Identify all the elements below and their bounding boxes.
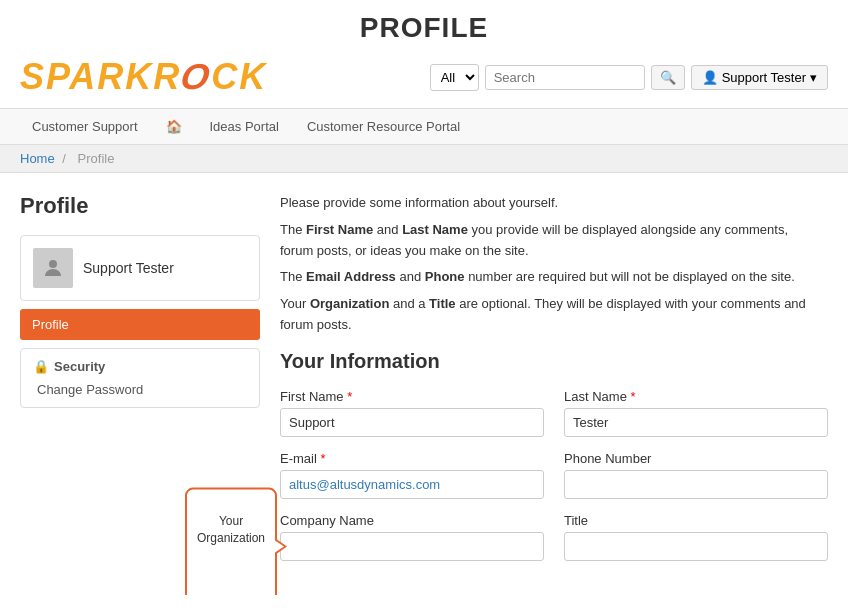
last-name-group: Last Name *: [564, 389, 828, 437]
first-name-input[interactable]: [280, 408, 544, 437]
change-password-link[interactable]: Change Password: [33, 382, 247, 397]
first-name-group: First Name *: [280, 389, 544, 437]
company-label: Company Name: [280, 513, 544, 528]
info-line3: The Email Address and Phone number are r…: [280, 267, 820, 288]
phone-input[interactable]: [564, 470, 828, 499]
nav-item-ideas-portal[interactable]: Ideas Portal: [198, 109, 291, 144]
nav-bar: Customer Support 🏠 Ideas Portal Customer…: [0, 108, 848, 145]
email-input[interactable]: [280, 470, 544, 499]
last-name-input[interactable]: [564, 408, 828, 437]
your-information-title: Your Information: [280, 350, 828, 373]
title-group: Title: [564, 513, 828, 561]
company-input[interactable]: [280, 532, 544, 561]
company-group: Company Name Your Organization: [280, 513, 544, 561]
header-controls: All 🔍 👤 Support Tester ▾: [430, 64, 828, 91]
search-input[interactable]: [485, 65, 645, 90]
user-card: Support Tester: [20, 235, 260, 301]
nav-item-customer-support[interactable]: Customer Support: [20, 109, 150, 144]
page-title: PROFILE: [360, 12, 488, 43]
phone-label: Phone Number: [564, 451, 828, 466]
home-icon: 🏠: [166, 119, 182, 134]
nav-item-home[interactable]: 🏠: [154, 109, 194, 144]
avatar: [33, 248, 73, 288]
security-section: 🔒 Security Change Password: [20, 348, 260, 408]
name-row: First Name * Last Name *: [280, 389, 828, 437]
email-phone-row: E-mail * Phone Number: [280, 451, 828, 499]
profile-section-title: Profile: [20, 193, 260, 219]
last-name-label: Last Name *: [564, 389, 828, 404]
info-line4: Your Organization and a Title are option…: [280, 294, 820, 336]
search-button[interactable]: 🔍: [651, 65, 685, 90]
first-name-label: First Name *: [280, 389, 544, 404]
callout-annotation: Your Organization: [185, 488, 277, 595]
nav-item-customer-resource[interactable]: Customer Resource Portal: [295, 109, 472, 144]
company-title-row: Company Name Your Organization Title: [280, 513, 828, 561]
main-content: Profile Support Tester Profile 🔒 Securit…: [0, 173, 848, 595]
title-input[interactable]: [564, 532, 828, 561]
user-name-label: Support Tester: [722, 70, 806, 85]
breadcrumb: Home / Profile: [0, 145, 848, 173]
email-label: E-mail *: [280, 451, 544, 466]
security-header: 🔒 Security: [33, 359, 247, 374]
logo: SPARKROCK: [20, 56, 267, 98]
phone-group: Phone Number: [564, 451, 828, 499]
logo-text: SPARKROCK: [20, 56, 267, 97]
dropdown-chevron-icon: ▾: [810, 70, 817, 85]
email-group: E-mail *: [280, 451, 544, 499]
search-category-dropdown[interactable]: All: [430, 64, 479, 91]
breadcrumb-current: Profile: [78, 151, 115, 166]
user-icon: 👤: [702, 70, 718, 85]
lock-icon: 🔒: [33, 359, 49, 374]
page-title-bar: PROFILE: [0, 0, 848, 50]
right-content: Please provide some information about yo…: [280, 193, 828, 575]
info-line1: Please provide some information about yo…: [280, 193, 820, 214]
sidebar-user-name: Support Tester: [83, 260, 174, 276]
breadcrumb-separator: /: [62, 151, 66, 166]
info-line2: The First Name and Last Name you provide…: [280, 220, 820, 262]
breadcrumb-home[interactable]: Home: [20, 151, 55, 166]
info-text-block: Please provide some information about yo…: [280, 193, 820, 336]
user-menu-button[interactable]: 👤 Support Tester ▾: [691, 65, 828, 90]
profile-button[interactable]: Profile: [20, 309, 260, 340]
svg-point-0: [49, 260, 57, 268]
title-label: Title: [564, 513, 828, 528]
security-label: Security: [54, 359, 105, 374]
